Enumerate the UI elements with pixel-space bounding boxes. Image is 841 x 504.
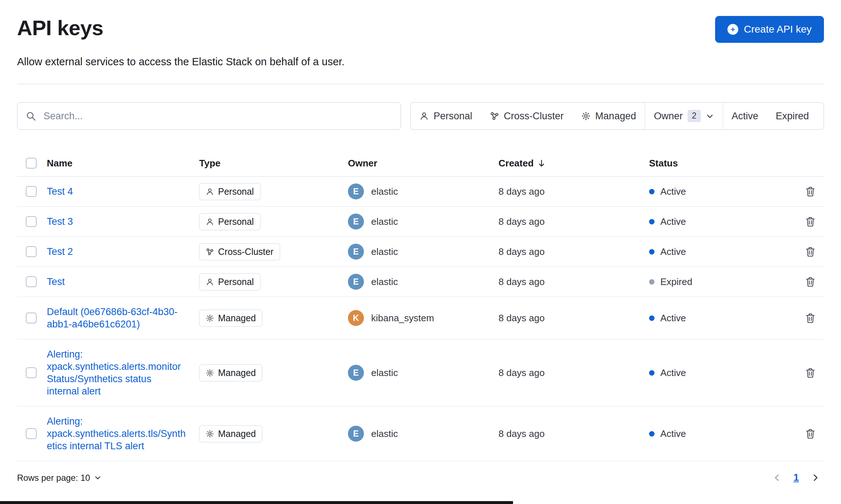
row-checkbox[interactable] xyxy=(26,367,37,378)
page-number-1[interactable]: 1 xyxy=(793,472,799,483)
search-box xyxy=(17,102,401,130)
type-badge-label: Managed xyxy=(218,429,256,439)
table-row: Alerting: xpack.synthetics.alerts.monito… xyxy=(17,339,824,406)
search-input[interactable] xyxy=(43,110,393,122)
row-checkbox[interactable] xyxy=(26,313,37,323)
plus-in-circle-icon xyxy=(727,24,738,35)
delete-button[interactable] xyxy=(803,214,818,230)
horizontal-scrollbar-thumb[interactable] xyxy=(0,501,513,504)
owner-avatar: E xyxy=(348,183,364,199)
filter-cross-cluster-label: Cross-Cluster xyxy=(504,111,564,122)
status-dot xyxy=(649,370,655,376)
status-dot xyxy=(649,249,655,255)
table-row: Test 2 Cross-Cluster Eelastic 8 days ago… xyxy=(17,237,824,267)
type-badge: Managed xyxy=(199,310,262,327)
previous-page-button[interactable] xyxy=(771,471,783,484)
owner-count-badge: 2 xyxy=(688,110,701,122)
filter-managed[interactable]: Managed xyxy=(573,103,645,129)
user-icon xyxy=(206,187,214,196)
delete-button[interactable] xyxy=(803,426,818,442)
page-header: API keys Create API key xyxy=(17,16,824,43)
column-header-owner[interactable]: Owner xyxy=(348,158,499,169)
chevron-down-icon xyxy=(94,474,102,482)
row-checkbox[interactable] xyxy=(26,246,37,257)
owner-avatar: E xyxy=(348,274,364,290)
delete-button[interactable] xyxy=(803,274,818,290)
created-cell: 8 days ago xyxy=(499,428,649,439)
api-key-name-link[interactable]: Test 3 xyxy=(47,215,73,228)
filter-owner-dropdown[interactable]: Owner 2 xyxy=(645,103,722,129)
page-subtitle: Allow external services to access the El… xyxy=(17,56,824,68)
type-badge-label: Cross-Cluster xyxy=(218,247,274,257)
type-badge: Personal xyxy=(199,273,260,290)
owner-name: elastic xyxy=(371,186,398,197)
status-cell: Active xyxy=(649,186,794,197)
delete-button[interactable] xyxy=(803,184,818,199)
delete-button[interactable] xyxy=(803,365,818,381)
type-badge: Personal xyxy=(199,183,260,200)
cluster-icon xyxy=(206,248,214,256)
rows-per-page-button[interactable]: Rows per page: 10 xyxy=(17,473,102,483)
gear-icon xyxy=(206,369,214,377)
column-header-name-label: Name xyxy=(47,158,73,169)
status-dot xyxy=(649,279,655,285)
filter-expired[interactable]: Expired xyxy=(767,103,818,129)
api-key-name-link[interactable]: Test 4 xyxy=(47,185,73,198)
type-badge: Cross-Cluster xyxy=(199,243,280,260)
column-header-owner-label: Owner xyxy=(348,158,377,169)
status-cell: Active xyxy=(649,216,794,227)
owner-name: elastic xyxy=(371,216,398,227)
delete-button[interactable] xyxy=(803,310,818,326)
sort-descending-icon xyxy=(537,159,546,168)
created-cell: 8 days ago xyxy=(499,276,649,288)
search-icon xyxy=(25,111,36,121)
filter-personal[interactable]: Personal xyxy=(411,103,481,129)
api-key-name-link[interactable]: Default (0e67686b-63cf-4b30-abb1-a46be61… xyxy=(47,306,186,330)
next-page-button[interactable] xyxy=(809,471,822,484)
trash-icon xyxy=(805,246,816,257)
column-header-status-label: Status xyxy=(649,158,678,169)
trash-icon xyxy=(805,216,816,227)
trash-icon xyxy=(805,367,816,379)
owner-avatar: E xyxy=(348,244,364,260)
filter-cross-cluster[interactable]: Cross-Cluster xyxy=(481,103,573,129)
column-header-name[interactable]: Name xyxy=(47,158,199,169)
owner-avatar: K xyxy=(348,310,364,326)
created-cell: 8 days ago xyxy=(499,246,649,257)
type-badge-label: Personal xyxy=(218,277,254,287)
column-header-type[interactable]: Type xyxy=(199,158,348,169)
created-cell: 8 days ago xyxy=(499,313,649,324)
column-header-status[interactable]: Status xyxy=(649,158,794,169)
api-key-name-link[interactable]: Alerting: xpack.synthetics.alerts.tls/Sy… xyxy=(47,415,186,452)
api-keys-page: API keys Create API key Allow external s… xyxy=(0,0,841,504)
status-dot xyxy=(649,219,655,224)
owner-name: elastic xyxy=(371,276,398,288)
delete-button[interactable] xyxy=(803,244,818,260)
owner-name: kibana_system xyxy=(371,313,434,324)
user-icon xyxy=(206,218,214,226)
table-row: Test 4 Personal Eelastic 8 days ago Acti… xyxy=(17,177,824,207)
filter-active[interactable]: Active xyxy=(723,103,767,129)
column-header-created[interactable]: Created xyxy=(499,158,649,169)
row-checkbox[interactable] xyxy=(26,428,37,439)
select-all-checkbox[interactable] xyxy=(26,158,37,169)
table-footer: Rows per page: 10 1 xyxy=(17,471,824,484)
status-cell: Active xyxy=(649,428,794,439)
trash-icon xyxy=(805,276,816,288)
status-label: Expired xyxy=(660,276,692,288)
status-label: Active xyxy=(660,313,686,324)
owner-name: elastic xyxy=(371,367,398,379)
owner-name: elastic xyxy=(371,428,398,439)
api-key-name-link[interactable]: Test xyxy=(47,276,65,288)
row-checkbox[interactable] xyxy=(26,216,37,227)
api-key-name-link[interactable]: Alerting: xpack.synthetics.alerts.monito… xyxy=(47,348,186,397)
status-label: Active xyxy=(660,246,686,257)
type-badge-label: Managed xyxy=(218,313,256,323)
api-key-name-link[interactable]: Test 2 xyxy=(47,245,73,258)
row-checkbox[interactable] xyxy=(26,276,37,287)
row-checkbox[interactable] xyxy=(26,186,37,197)
create-api-key-button[interactable]: Create API key xyxy=(715,16,824,43)
type-badge: Personal xyxy=(199,213,260,230)
filter-personal-label: Personal xyxy=(434,111,472,122)
status-label: Active xyxy=(660,428,686,439)
